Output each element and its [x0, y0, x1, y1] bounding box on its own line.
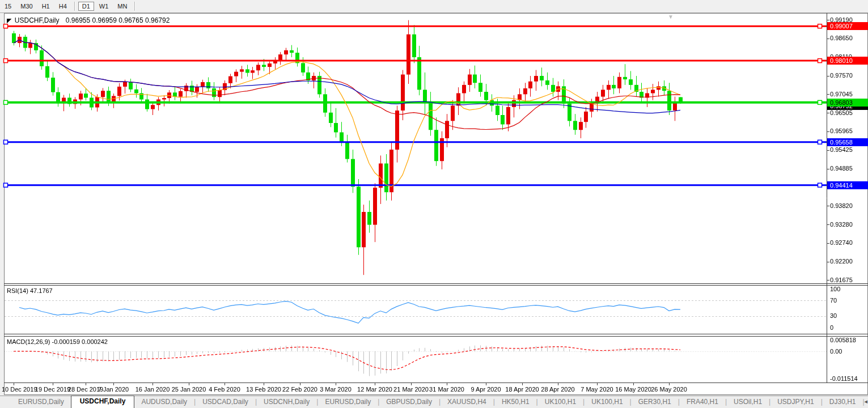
price-tick-label: 0.97570 [830, 72, 853, 79]
chart-tab-bar: EURUSD,DailyUSDCHF,DailyAUDUSD,Daily|USD… [0, 396, 868, 408]
chart-tab-usdjpy-h1[interactable]: USDJPY,H1 [770, 396, 820, 408]
date-tick-label: 3 Mar 2020 [320, 386, 352, 393]
date-tick-label: 7 Jan 2020 [98, 386, 129, 393]
chart-tab-uk100-h1[interactable]: UK100,H1 [585, 396, 629, 408]
rsi-indicator-label: RSI(14) 47.1767 [7, 287, 53, 294]
date-tick-label: 19 Dec 2019 [35, 386, 70, 393]
chart-tab-dj30-h1[interactable]: DJ30,H1 [823, 396, 863, 408]
price-line-badge: 0.99007 [827, 22, 868, 30]
price-line-badge: 0.98010 [827, 57, 868, 65]
timeframe-button-m30[interactable]: M30 [16, 2, 36, 11]
rsi-axis-label: 100 [830, 286, 840, 292]
timeframe-button-h1[interactable]: H1 [38, 2, 54, 11]
chart-shift-icon[interactable]: ▼ [668, 14, 674, 20]
rsi-axis-label: 70 [830, 297, 837, 304]
chart-tab-eurusd-daily[interactable]: EURUSD,Daily [318, 396, 378, 408]
chart-tab-uk100-h1[interactable]: UK100,H1 [538, 396, 583, 408]
tab-scroll-arrows: ◂ ▸ [865, 398, 868, 408]
price-line-badge: 0.94414 [827, 181, 868, 189]
chart-symbol-label: USDCHF,Daily [15, 16, 60, 24]
chart-title: ◤ USDCHF,Daily 0.96955 0.96959 0.96765 0… [7, 16, 170, 24]
macd-indicator-label: MACD(12,26,9) -0.000159 0.000242 [7, 338, 108, 345]
chart-plot-area[interactable] [0, 0, 868, 408]
macd-value: -0.000159 0.000242 [52, 338, 107, 345]
price-tick-label: 0.95425 [830, 146, 853, 153]
chart-tab-usdcnh-daily[interactable]: USDCNH,Daily [257, 396, 316, 408]
date-tick-label: 31 Mar 2020 [429, 386, 464, 393]
rsi-name: RSI(14) [7, 287, 28, 294]
date-tick-label: 10 Dec 2019 [2, 386, 37, 393]
price-tick-label: 0.97045 [830, 91, 853, 97]
date-tick-label: 28 Apr 2020 [541, 386, 574, 393]
timeframe-button-h4[interactable]: H4 [55, 2, 71, 11]
chart-tab-ger30-h1[interactable]: GER30,H1 [632, 396, 678, 408]
chart-tab-hk50-h1[interactable]: HK50,H1 [495, 396, 536, 408]
price-tick-label: 0.92200 [830, 258, 853, 265]
timeframe-toolbar: 15 M30 H1 H4 D1 W1 MN [0, 0, 868, 13]
macd-axis-label: -0.011514 [830, 375, 858, 382]
chart-tab-audusd-daily[interactable]: AUDUSD,Daily [134, 396, 194, 408]
cursor-icon: ◤ [7, 17, 11, 24]
chart-tab-usdchf-daily[interactable]: USDCHF,Daily [71, 396, 135, 408]
timeframe-button-w1[interactable]: W1 [95, 2, 113, 11]
rsi-axis-label: 30 [830, 312, 837, 319]
date-tick-label: 16 May 2020 [615, 386, 651, 393]
date-tick-label: 16 Jan 2020 [136, 386, 170, 393]
rsi-value: 47.1767 [30, 287, 53, 294]
date-tick-label: 13 Feb 2020 [246, 386, 281, 393]
toolbar-separator [134, 2, 135, 11]
date-tick-label: 26 May 2020 [651, 386, 687, 393]
timeframe-button-mn[interactable]: MN [113, 2, 131, 11]
price-tick-label: 0.91675 [830, 277, 853, 283]
macd-name: MACD(12,26,9) [7, 338, 50, 345]
timeframe-button-m15[interactable]: 15 [1, 2, 15, 11]
date-tick-label: 12 Mar 2020 [357, 386, 392, 393]
chart-tab-usoil-h1[interactable]: USOil,H1 [727, 396, 769, 408]
chart-tab-xauusd-h4[interactable]: XAUUSD,H4 [441, 396, 493, 408]
toolbar-separator [74, 2, 75, 11]
price-tick-label: 0.98650 [830, 35, 853, 41]
price-line-badge: 0.96803 [827, 99, 868, 107]
date-tick-label: 18 Apr 2020 [505, 386, 539, 393]
chart-ohlc-values: 0.96955 0.96959 0.96765 0.96792 [66, 16, 170, 24]
tabs-container: EURUSD,DailyUSDCHF,DailyAUDUSD,Daily|USD… [11, 396, 865, 408]
price-tick-label: 0.92740 [830, 239, 853, 246]
date-tick-label: 4 Feb 2020 [209, 386, 240, 393]
date-tick-label: 21 Mar 2020 [393, 386, 429, 393]
chart-tab-usdcad-daily[interactable]: USDCAD,Daily [196, 396, 255, 408]
date-tick-label: 22 Feb 2020 [282, 386, 317, 393]
macd-axis-label: 0.00 [830, 348, 842, 355]
date-tick-label: 7 May 2020 [581, 386, 613, 393]
price-tick-label: 0.95965 [830, 128, 853, 134]
date-tick-label: 9 Apr 2020 [471, 386, 501, 393]
timeframe-button-d1[interactable]: D1 [78, 2, 94, 11]
price-line-badge: 0.95658 [827, 138, 868, 146]
chart-tab-fra40-h1[interactable]: FRA40,H1 [680, 396, 725, 408]
tab-scroll-left-icon[interactable]: ◂ [865, 398, 868, 405]
price-tick-label: 0.94885 [830, 165, 853, 172]
chart-tab-gbpusd-daily[interactable]: GBPUSD,Daily [379, 396, 439, 408]
chart-tab-eurusd-daily[interactable]: EURUSD,Daily [11, 396, 71, 408]
price-tick-label: 0.93280 [830, 221, 853, 228]
rsi-axis-label: 0 [830, 324, 833, 331]
macd-axis-label: 0.005818 [830, 337, 856, 343]
price-tick-label: 0.93820 [830, 202, 853, 209]
date-tick-label: 25 Jan 2020 [172, 386, 206, 393]
